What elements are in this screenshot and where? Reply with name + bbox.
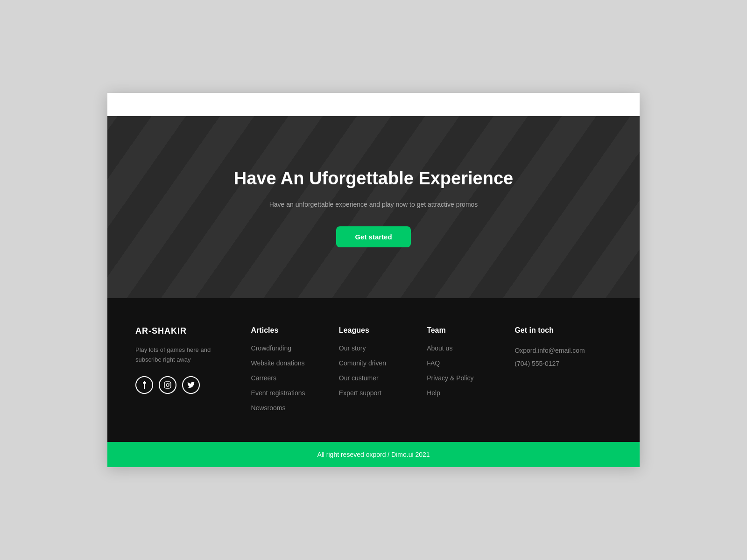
svg-rect-0 <box>164 382 171 388</box>
list-item: Our custumer <box>339 374 408 382</box>
leagues-links: Our story Comunity driven Our custumer E… <box>339 344 408 397</box>
footer-brand-col: AR-SHAKIR Play lots of games here and su… <box>135 326 233 419</box>
list-item: Event registrations <box>251 389 320 397</box>
svg-point-2 <box>169 383 170 384</box>
list-item: Privacy & Policy <box>427 374 496 382</box>
comunity-driven-link[interactable]: Comunity driven <box>339 359 386 367</box>
contact-info: Oxpord.info@email.com (704) 555-0127 <box>514 344 612 370</box>
list-item: Carreers <box>251 374 320 382</box>
our-story-link[interactable]: Our story <box>339 344 366 352</box>
header-bar <box>107 93 640 116</box>
instagram-icon[interactable] <box>159 376 176 394</box>
footer-articles-col: Articles Crowdfunding Website donations … <box>251 326 320 419</box>
articles-links: Crowdfunding Website donations Carreers … <box>251 344 320 412</box>
brand-name: AR-SHAKIR <box>135 326 233 336</box>
footer-contact-col: Get in toch Oxpord.info@email.com (704) … <box>514 326 612 419</box>
contact-phone[interactable]: (704) 555-0127 <box>514 357 612 370</box>
facebook-icon[interactable] <box>135 376 153 394</box>
list-item: Our story <box>339 344 408 352</box>
twitter-icon[interactable] <box>182 376 200 394</box>
list-item: Help <box>427 389 496 397</box>
faq-link[interactable]: FAQ <box>427 359 440 367</box>
list-item: Expert support <box>339 389 408 397</box>
bottom-bar: All right reseved oxpord / Dimo.ui 2021 <box>107 442 640 467</box>
expert-support-link[interactable]: Expert support <box>339 389 381 397</box>
copyright-text: All right reseved oxpord / Dimo.ui 2021 <box>317 451 430 458</box>
crowdfunding-link[interactable]: Crowdfunding <box>251 344 291 352</box>
team-title: Team <box>427 326 496 335</box>
get-started-button[interactable]: Get started <box>336 226 410 247</box>
list-item: FAQ <box>427 359 496 367</box>
about-us-link[interactable]: About us <box>427 344 452 352</box>
hero-section: Have An Uforgettable Experience Have an … <box>107 116 640 298</box>
leagues-title: Leagues <box>339 326 408 335</box>
contact-email[interactable]: Oxpord.info@email.com <box>514 344 612 357</box>
social-icons-group <box>135 376 233 394</box>
svg-point-1 <box>166 384 169 386</box>
hero-content: Have An Uforgettable Experience Have an … <box>234 167 513 248</box>
list-item: Website donations <box>251 359 320 367</box>
list-item: About us <box>427 344 496 352</box>
list-item: Comunity driven <box>339 359 408 367</box>
page-wrapper: Have An Uforgettable Experience Have an … <box>107 93 640 467</box>
event-registrations-link[interactable]: Event registrations <box>251 389 305 397</box>
website-donations-link[interactable]: Website donations <box>251 359 305 367</box>
hero-subtitle: Have an unforgettable experience and pla… <box>234 199 513 210</box>
footer-team-col: Team About us FAQ Privacy & Policy Help <box>427 326 496 419</box>
footer: AR-SHAKIR Play lots of games here and su… <box>107 298 640 442</box>
brand-description: Play lots of games here and subscribe ri… <box>135 345 233 365</box>
footer-leagues-col: Leagues Our story Comunity driven Our cu… <box>339 326 408 419</box>
list-item: Crowdfunding <box>251 344 320 352</box>
footer-grid: AR-SHAKIR Play lots of games here and su… <box>135 326 612 419</box>
carreers-link[interactable]: Carreers <box>251 374 276 382</box>
our-custumer-link[interactable]: Our custumer <box>339 374 379 382</box>
contact-title: Get in toch <box>514 326 612 335</box>
newsrooms-link[interactable]: Newsrooms <box>251 404 286 412</box>
team-links: About us FAQ Privacy & Policy Help <box>427 344 496 397</box>
hero-title: Have An Uforgettable Experience <box>234 167 513 190</box>
list-item: Newsrooms <box>251 404 320 412</box>
help-link[interactable]: Help <box>427 389 440 397</box>
privacy-policy-link[interactable]: Privacy & Policy <box>427 374 473 382</box>
articles-title: Articles <box>251 326 320 335</box>
